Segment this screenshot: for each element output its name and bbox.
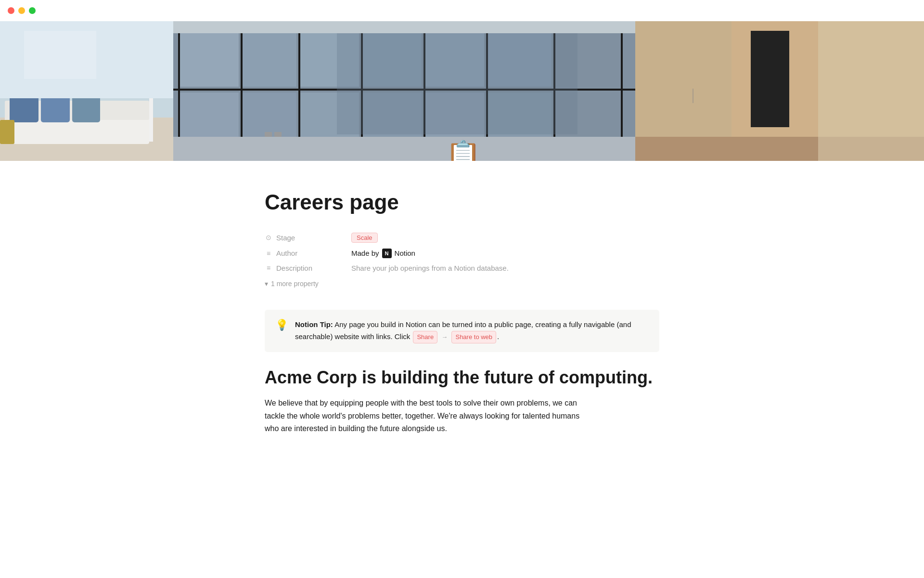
tip-arrow-icon: → [441, 333, 448, 341]
page-icon: 📋 [445, 142, 479, 161]
description-text: Share your job openings from a Notion da… [351, 264, 509, 272]
notion-logo-icon: N [382, 249, 392, 258]
tip-share-badge[interactable]: Share [413, 331, 437, 343]
made-by-text: Made by [351, 249, 379, 257]
scale-badge: Scale [351, 233, 378, 243]
svg-rect-40 [274, 132, 282, 137]
svg-rect-16 [298, 31, 300, 151]
property-label-stage: ⊙ Stage [265, 234, 351, 242]
hero-image: 📋 [0, 21, 924, 161]
property-value-author: Made by N Notion [351, 249, 659, 258]
tip-box: 💡 Notion Tip: Any page you build in Noti… [265, 310, 659, 353]
author-icon: ≡ [265, 250, 272, 257]
svg-rect-25 [243, 33, 296, 87]
maximize-button[interactable] [29, 7, 36, 14]
svg-rect-14 [178, 31, 180, 151]
svg-rect-48 [818, 21, 924, 161]
author-label: Author [276, 249, 297, 257]
traffic-lights [8, 7, 36, 14]
stage-label: Stage [276, 234, 295, 242]
svg-rect-38 [337, 33, 578, 134]
property-row-description: ≡ Description Share your job openings fr… [265, 261, 659, 275]
property-row-stage: ⊙ Stage Scale [265, 230, 659, 246]
more-property-toggle[interactable]: ▾ 1 more property [265, 277, 659, 290]
svg-rect-24 [180, 33, 239, 87]
minimize-button[interactable] [18, 7, 25, 14]
chevron-down-icon: ▾ [265, 280, 268, 288]
main-paragraph: We believe that by equipping people with… [265, 397, 592, 435]
property-value-stage[interactable]: Scale [351, 233, 659, 243]
page-title: Careers page [265, 190, 659, 215]
svg-rect-8 [0, 120, 14, 144]
more-property-label: 1 more property [271, 280, 319, 288]
svg-rect-39 [265, 132, 272, 137]
close-button[interactable] [8, 7, 14, 14]
property-label-author: ≡ Author [265, 249, 351, 257]
tip-share-to-web-badge[interactable]: Share to web [451, 331, 496, 343]
property-label-description: ≡ Description [265, 264, 351, 272]
svg-rect-44 [751, 31, 789, 127]
description-label: Description [276, 264, 312, 272]
content-wrapper: Careers page ⊙ Stage Scale ≡ Author Made… [245, 161, 679, 435]
properties-section: ⊙ Stage Scale ≡ Author Made by N Notion … [265, 225, 659, 300]
property-value-description: Share your job openings from a Notion da… [351, 264, 659, 272]
tip-content: Notion Tip: Any page you build in Notion… [295, 318, 649, 344]
svg-rect-15 [241, 31, 243, 151]
svg-rect-12 [24, 31, 96, 79]
tip-end-text: . [497, 332, 499, 341]
property-row-author: ≡ Author Made by N Notion [265, 246, 659, 261]
main-heading: Acme Corp is building the future of comp… [265, 367, 659, 389]
description-icon: ≡ [265, 264, 272, 272]
svg-rect-37 [173, 21, 635, 33]
notion-name: Notion [395, 249, 415, 257]
tip-bold-label: Notion Tip: [295, 320, 333, 328]
stage-icon: ⊙ [265, 234, 272, 241]
title-bar [0, 0, 924, 21]
svg-rect-21 [621, 31, 623, 151]
tip-emoji: 💡 [275, 318, 288, 332]
page-title-section: Careers page [265, 161, 659, 225]
svg-rect-36 [173, 137, 635, 161]
